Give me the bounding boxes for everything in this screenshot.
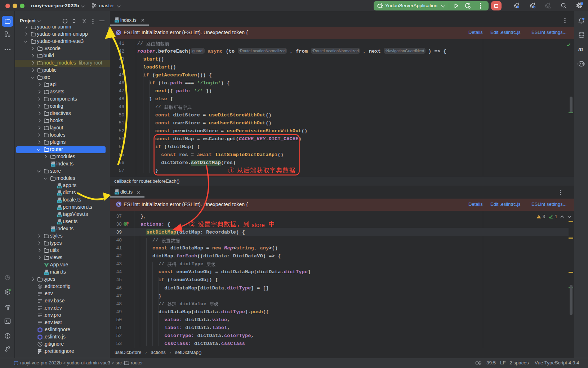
svg-text:TS: TS — [115, 192, 118, 194]
svg-text:TS: TS — [52, 164, 54, 167]
svg-text:TS: TS — [58, 186, 61, 188]
svg-text:TS: TS — [58, 193, 61, 195]
svg-text:TS: TS — [58, 214, 61, 217]
svg-text:TS: TS — [58, 207, 61, 210]
svg-text:TS: TS — [58, 200, 61, 203]
svg-text:TS: TS — [115, 20, 118, 22]
svg-text:TS: TS — [52, 229, 54, 231]
svg-text:TS: TS — [45, 272, 48, 275]
svg-text:TS: TS — [58, 222, 61, 224]
